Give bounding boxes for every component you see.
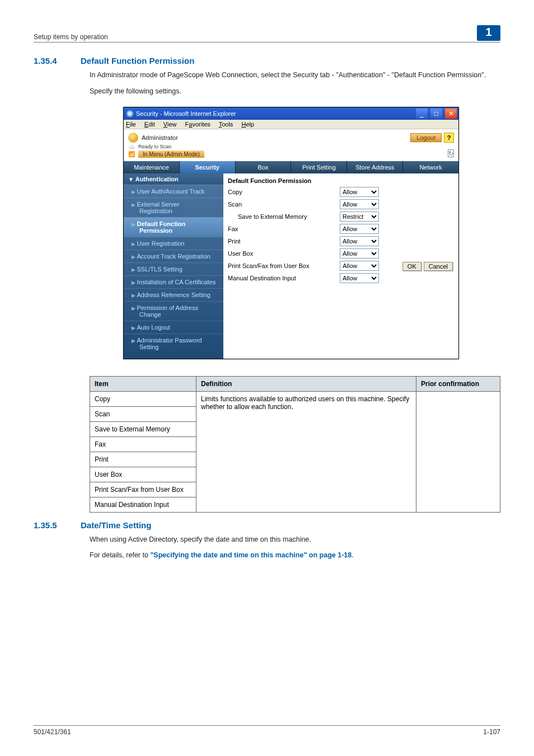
select-save-external[interactable]: Restrict (340, 212, 379, 222)
maximize-button[interactable]: □ (430, 109, 442, 119)
help-button[interactable]: ? (444, 133, 454, 143)
settings-pane: Default Function Permission Copy Allow S… (223, 173, 458, 359)
tab-maintenance[interactable]: Maintenance (124, 161, 180, 173)
menu-favorites[interactable]: Favorites (185, 121, 210, 128)
section2-para1: When using Active Directory, specify the… (90, 534, 500, 545)
admin-label: Administrator (142, 134, 178, 141)
th-prior: Prior confirmation (416, 376, 500, 391)
ie-logo-icon (126, 110, 134, 118)
footer-right: 1-107 (483, 728, 500, 736)
td-fax: Fax (90, 436, 196, 452)
sidebar-item-address-reference-setting[interactable]: Address Reference Setting (124, 288, 223, 301)
section2-para2: For details, refer to "Specifying the da… (90, 550, 500, 561)
sidebar-item-label: External Server (137, 201, 180, 208)
menu-bar[interactable]: File Edit View Favorites Tools Help (124, 120, 458, 129)
section2-link[interactable]: "Specifying the date and time on this ma… (150, 551, 352, 559)
sidebar-item-label: Default Function (137, 220, 186, 227)
tab-store-address[interactable]: Store Address (347, 161, 403, 173)
td-mdi: Manual Destination Input (90, 497, 196, 512)
ie-window: Security - Microsoft Internet Explorer _… (123, 107, 459, 359)
sidebar-group-authentication[interactable]: Authentication (124, 173, 223, 185)
sidebar-item-permission-address-change[interactable]: Permission of Address Change (124, 301, 223, 321)
sidebar-item-label-2: Setting (132, 344, 219, 350)
select-scan[interactable]: Allow (340, 199, 379, 209)
section2-para2-pre: For details, refer to (90, 551, 150, 559)
refresh-button[interactable]: ↻ (448, 149, 454, 157)
close-button[interactable]: ✕ (445, 109, 457, 119)
sidebar-item-default-function-permission[interactable]: Default Function Permission (124, 217, 223, 237)
sidebar: Authentication User Auth/Account Track E… (124, 173, 223, 359)
tab-box[interactable]: Box (236, 161, 292, 173)
tab-security[interactable]: Security (180, 161, 236, 173)
select-fax[interactable]: Allow (340, 224, 379, 234)
td-psf: Print Scan/Fax from User Box (90, 482, 196, 497)
sidebar-item-label: Administrator Password (137, 337, 202, 344)
chapter-badge: 1 (477, 25, 500, 41)
sidebar-item-user-registration[interactable]: User Registration (124, 237, 223, 250)
label-copy: Copy (228, 189, 340, 195)
label-print-scan-fax-box: Print Scan/Fax from User Box (228, 262, 340, 269)
label-user-box: User Box (228, 250, 340, 257)
sidebar-item-label-2: Registration (132, 208, 219, 214)
sidebar-item-external-server-reg[interactable]: External Server Registration (124, 198, 223, 217)
section-title: Default Function Permission (81, 56, 194, 65)
sidebar-item-ca-certificates[interactable]: Installation of CA Certificates (124, 275, 223, 288)
sidebar-item-ssl-tls[interactable]: SSL/TLS Setting (124, 262, 223, 275)
status-icons-2: 📶 (128, 151, 135, 157)
menu-file[interactable]: File (126, 121, 136, 128)
td-definition: Limits functions available to authorized… (196, 391, 416, 512)
label-manual-dest-input: Manual Destination Input (228, 275, 340, 281)
menu-view[interactable]: View (163, 121, 177, 128)
select-print[interactable]: Allow (340, 236, 379, 246)
th-item: Item (90, 376, 196, 391)
section1-para1: In Administrator mode of PageScope Web C… (90, 70, 500, 81)
td-prior (416, 391, 500, 512)
sidebar-item-label-2: Change (132, 311, 219, 318)
label-scan: Scan (228, 201, 340, 208)
menu-edit[interactable]: Edit (144, 121, 155, 128)
label-print: Print (228, 238, 340, 245)
mode-label: In Menu (Admin Mode) (138, 151, 204, 158)
sidebar-item-user-auth-account-track[interactable]: User Auth/Account Track (124, 185, 223, 198)
td-userbox: User Box (90, 467, 196, 482)
running-title: Setup items by operation (34, 33, 108, 41)
sidebar-item-auto-logout[interactable]: Auto Logout (124, 321, 223, 334)
footer-left: 501/421/361 (34, 728, 71, 736)
td-print: Print (90, 452, 196, 467)
section-number: 1.35.4 (34, 56, 67, 65)
logout-button[interactable]: Logout (410, 133, 442, 142)
label-fax: Fax (228, 226, 340, 232)
section1-para2: Specify the following settings. (90, 86, 500, 97)
sidebar-item-label: Permission of Address (137, 304, 198, 311)
select-print-scan-fax-box[interactable]: Allow (340, 261, 379, 271)
td-scan: Scan (90, 406, 196, 421)
ok-button[interactable]: OK (402, 262, 421, 271)
label-save-external: Save to External Memory (228, 213, 340, 220)
select-manual-dest-input[interactable]: Allow (340, 273, 379, 283)
minimize-button[interactable]: _ (416, 109, 428, 119)
td-copy: Copy (90, 391, 196, 406)
sidebar-item-label-2: Permission (132, 227, 219, 234)
status-icons: ☁️ (128, 144, 135, 150)
td-save-ext: Save to External Memory (90, 421, 196, 436)
admin-icon (128, 133, 138, 143)
th-definition: Definition (196, 376, 416, 391)
pane-title: Default Function Permission (223, 176, 458, 186)
select-user-box[interactable]: Allow (340, 248, 379, 259)
items-table: Item Definition Prior confirmation Copy … (90, 376, 500, 513)
sidebar-item-admin-password-setting[interactable]: Administrator Password Setting (124, 334, 223, 353)
section2-title: Date/Time Setting (81, 520, 151, 530)
sidebar-item-account-track-registration[interactable]: Account Track Registration (124, 250, 223, 262)
menu-help[interactable]: Help (241, 121, 254, 128)
tab-print-setting[interactable]: Print Setting (291, 161, 347, 173)
section2-para2-post: . (352, 551, 353, 559)
cancel-button[interactable]: Cancel (424, 262, 453, 271)
tab-network[interactable]: Network (403, 161, 458, 173)
window-title: Security - Microsoft Internet Explorer (136, 110, 236, 117)
select-copy[interactable]: Allow (340, 187, 379, 197)
ready-label: Ready to Scan (138, 144, 204, 149)
menu-tools[interactable]: Tools (219, 121, 233, 128)
section2-number: 1.35.5 (34, 520, 67, 530)
